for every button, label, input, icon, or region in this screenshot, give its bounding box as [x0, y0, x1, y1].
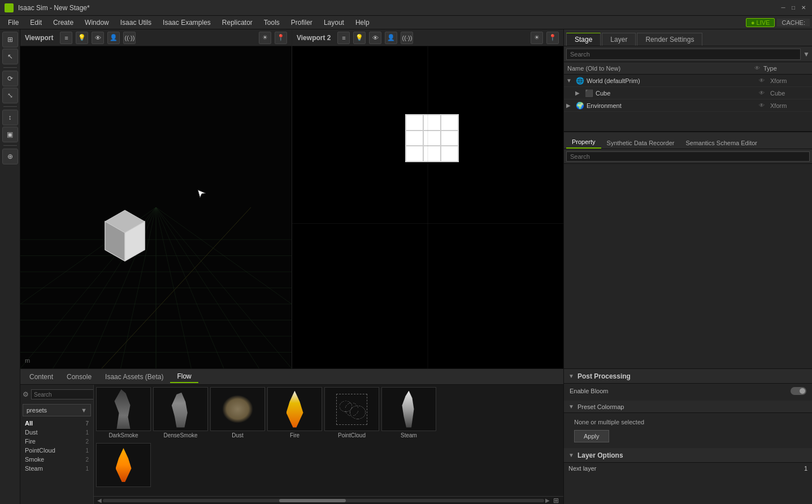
filter-sidebar: ⚙ presets ▼ All 7 Dust	[20, 385, 94, 504]
tree-eye-env[interactable]: 👁	[759, 102, 768, 108]
filter-search-input[interactable]	[31, 389, 94, 399]
toolbar-snap-btn[interactable]: ▣	[2, 127, 18, 142]
tree-row-world[interactable]: ▼ 🌐 World (defaultPrim) 👁 Xform	[564, 75, 812, 87]
asset-pointcloud-label: PointCloud	[338, 432, 366, 438]
stage-tree-header: Name (Old to New) 👁 Type	[564, 62, 812, 75]
vp1-sun-icon[interactable]: ☀	[259, 32, 271, 44]
filter-item-fire[interactable]: Fire 2	[23, 437, 91, 446]
preset-colormap-header[interactable]: ▼ Preset Colormap	[564, 401, 812, 413]
minimize-button[interactable]: ─	[779, 4, 787, 12]
menu-tools[interactable]: Tools	[258, 18, 285, 28]
toolbar-grid-btn[interactable]: ⊞	[2, 32, 18, 47]
menu-profiler[interactable]: Profiler	[285, 18, 318, 28]
tree-arrow-cube: ▶	[575, 90, 582, 96]
dust-visual	[222, 395, 253, 423]
tab-stage[interactable]: Stage	[566, 33, 601, 46]
menu-window[interactable]: Window	[79, 18, 115, 28]
tree-name-cube: Cube	[596, 90, 759, 97]
property-search-input[interactable]	[566, 151, 810, 162]
tab-isaac-assets[interactable]: Isaac Assets (Beta)	[98, 371, 170, 383]
scroll-track[interactable]	[103, 499, 544, 502]
vp1-sensor-icon[interactable]: ((·))	[123, 32, 136, 44]
asset-steam[interactable]: Steam	[381, 387, 436, 438]
tab-flow[interactable]: Flow	[170, 371, 198, 383]
tab-console[interactable]: Console	[60, 371, 98, 383]
filter-item-smoke[interactable]: Smoke 2	[23, 455, 91, 464]
vp1-camera-icon[interactable]: 👤	[107, 32, 120, 44]
filter-item-all[interactable]: All 7	[23, 419, 91, 428]
stage-filter-icon[interactable]: ▼	[803, 50, 810, 58]
vp2-light-icon[interactable]: 💡	[353, 32, 366, 44]
filter-item-pointcloud[interactable]: PointCloud 1	[23, 446, 91, 455]
viewport-1-canvas[interactable]: m	[20, 46, 292, 368]
filter-dropdown[interactable]: presets ▼	[23, 404, 91, 416]
scroll-left-btn[interactable]: ◀	[96, 497, 103, 503]
tree-row-cube[interactable]: ▶ ⬛ Cube 👁 Cube	[564, 87, 812, 99]
asset-dense-smoke-thumb	[153, 387, 208, 431]
main-layout: ⊞ ↖ ⟳ ⤡ ↕ ▣ ⊕ Viewport ≡ 💡 👁 👤 ((·))	[0, 29, 812, 504]
maximize-button[interactable]: □	[789, 4, 797, 12]
menu-replicator[interactable]: Replicator	[216, 18, 258, 28]
asset-pointcloud[interactable]: PointCloud	[324, 387, 379, 438]
stage-search-input[interactable]	[566, 49, 801, 60]
vp2-pin-icon[interactable]: 📍	[546, 32, 559, 44]
filter-settings-icon[interactable]: ⚙	[23, 390, 29, 398]
vp2-camera-icon[interactable]: 👤	[385, 32, 397, 44]
vp1-menu-icon[interactable]: ≡	[60, 32, 72, 44]
tab-synthetic-data[interactable]: Synthetic Data Recorder	[601, 137, 680, 149]
asset-dense-smoke[interactable]: DenseSmoke	[153, 387, 208, 438]
bottom-left: Content Console Isaac Assets (Beta) Flow…	[20, 369, 563, 504]
vp2-sun-icon[interactable]: ☀	[531, 32, 543, 44]
toolbar-select-btn[interactable]: ↖	[2, 49, 18, 64]
asset-row-1: DarkSmoke DenseSmoke	[94, 385, 563, 441]
toolbar-gizmo-btn[interactable]: ⊕	[2, 149, 18, 164]
toolbar-rotate-btn[interactable]: ⟳	[2, 71, 18, 86]
close-button[interactable]: ✕	[800, 4, 807, 12]
tab-layer[interactable]: Layer	[602, 33, 636, 46]
post-processing-content: Enable Bloom	[564, 384, 812, 401]
filter-all-label: All	[25, 420, 33, 427]
filter-item-dust[interactable]: Dust 1	[23, 428, 91, 437]
menu-file[interactable]: File	[2, 18, 24, 28]
asset-fire-2[interactable]	[96, 443, 151, 488]
filter-all-count: 7	[85, 420, 89, 427]
grid-toggle-icon[interactable]: ⊞	[551, 497, 561, 505]
vp2-sensor-icon[interactable]: ((·))	[401, 32, 413, 44]
vp2-menu-icon[interactable]: ≡	[337, 32, 350, 44]
live-badge[interactable]: ● LIVE	[746, 18, 775, 27]
preset-colormap-arrow: ▼	[568, 403, 574, 410]
post-processing-title: Post Processing	[577, 372, 631, 380]
apply-button[interactable]: Apply	[574, 430, 609, 442]
menu-isaac-examples[interactable]: Isaac Examples	[157, 18, 216, 28]
asset-dust[interactable]: Dust	[210, 387, 265, 438]
vp1-eye-icon[interactable]: 👁	[92, 32, 104, 44]
steam-visual	[401, 391, 418, 428]
asset-dark-smoke[interactable]: DarkSmoke	[96, 387, 151, 438]
filter-dust-count: 1	[85, 429, 89, 436]
scroll-right-btn[interactable]: ▶	[544, 497, 551, 503]
vp1-pin-icon[interactable]: 📍	[275, 32, 287, 44]
menu-layout[interactable]: Layout	[318, 18, 350, 28]
enable-bloom-toggle[interactable]	[791, 387, 806, 395]
tab-render-settings[interactable]: Render Settings	[637, 33, 702, 46]
toolbar-move-btn[interactable]: ↕	[2, 110, 18, 125]
viewport-2-canvas[interactable]	[292, 46, 563, 368]
tab-property[interactable]: Property	[566, 136, 601, 149]
enable-bloom-row: Enable Bloom	[570, 387, 806, 395]
menu-isaac-utils[interactable]: Isaac Utils	[115, 18, 157, 28]
filter-item-steam[interactable]: Steam 1	[23, 464, 91, 473]
menu-create[interactable]: Create	[47, 18, 79, 28]
tree-eye-world[interactable]: 👁	[759, 77, 768, 84]
menu-help[interactable]: Help	[350, 18, 375, 28]
tree-eye-cube[interactable]: 👁	[759, 90, 768, 96]
asset-fire[interactable]: Fire	[267, 387, 322, 438]
toolbar-scale-btn[interactable]: ⤡	[2, 88, 18, 103]
tree-row-environment[interactable]: ▶ 🌍 Environment 👁 Xform	[564, 99, 812, 112]
menu-edit[interactable]: Edit	[24, 18, 47, 28]
tab-content[interactable]: Content	[23, 371, 60, 383]
vp2-eye-icon[interactable]: 👁	[369, 32, 381, 44]
post-processing-header[interactable]: ▼ Post Processing	[564, 369, 812, 384]
vp1-light-icon[interactable]: 💡	[76, 32, 88, 44]
tab-semantics[interactable]: Semantics Schema Editor	[680, 137, 763, 149]
filter-header: ⚙	[23, 387, 91, 402]
